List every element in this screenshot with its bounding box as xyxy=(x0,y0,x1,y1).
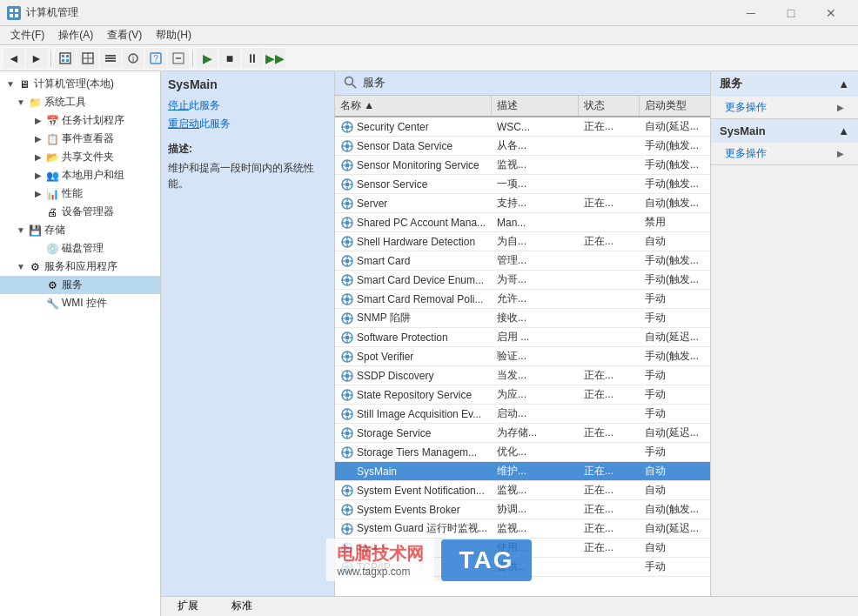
svg-point-36 xyxy=(345,163,350,167)
toolbar-btn-6[interactable] xyxy=(168,48,189,69)
td-desc: 支持... xyxy=(492,194,579,212)
tree-exp[interactable]: ▶ xyxy=(31,116,45,125)
service-table[interactable]: 名称 ▲ 描述 状态 启动类型 登^ Security Center WSC..… xyxy=(335,96,710,596)
tree-event-viewer[interactable]: ▶ 📋 事件查看器 xyxy=(0,130,160,148)
tree-performance[interactable]: ▶ 📊 性能 xyxy=(0,184,160,203)
table-row[interactable]: Storage Service 为存储... 正在... 自动(延迟... 本 xyxy=(335,424,710,443)
td-desc: 监视... xyxy=(492,519,579,538)
toolbar-restart[interactable]: ▶▶ xyxy=(265,48,285,69)
menu-help[interactable]: 帮助(H) xyxy=(149,26,198,44)
tree-wmi[interactable]: 🔧 WMI 控件 xyxy=(0,294,160,312)
table-row[interactable]: Smart Card Removal Poli... 允许... 手动 本 xyxy=(335,290,710,309)
th-status[interactable]: 状态 xyxy=(579,96,640,116)
svg-point-48 xyxy=(345,201,350,205)
tab-standard[interactable]: 标准 xyxy=(222,596,262,616)
perf-icon: 📊 xyxy=(45,187,59,201)
toolbar-btn-4[interactable]: i xyxy=(123,48,144,69)
action-more-ops-2[interactable]: 更多操作 ▶ xyxy=(711,143,858,164)
tree-storage[interactable]: ▼ 💾 存储 xyxy=(0,221,160,239)
table-row[interactable]: Sensor Data Service 从各... 手动(触发... 本 xyxy=(335,137,710,156)
svg-point-150 xyxy=(345,526,350,531)
action-more-ops-1[interactable]: 更多操作 ▶ xyxy=(711,97,858,118)
tree-exp7[interactable]: ▼ xyxy=(14,225,28,235)
tree-exp2[interactable]: ▶ xyxy=(31,134,45,144)
tree-system-tools[interactable]: ▼ 📁 系统工具 xyxy=(0,93,160,111)
minimize-button[interactable]: ─ xyxy=(731,0,771,26)
tree-exp4[interactable]: ▶ xyxy=(31,171,45,180)
table-row[interactable]: Sensor Service 一项... 手动(触发... 本 xyxy=(335,175,710,194)
table-row[interactable]: SSDP Discovery 当发... 正在... 手动 本 xyxy=(335,366,710,385)
svg-text:?: ? xyxy=(153,54,158,64)
td-name: Smart Card Device Enum... xyxy=(335,271,492,289)
svg-point-108 xyxy=(345,392,350,397)
task-icon: 📅 xyxy=(45,114,59,128)
table-row[interactable]: Task S... 使用... 正在... 自动 本 xyxy=(335,539,710,558)
table-row[interactable]: Smart Card 管理... 手动(触发... 本 xyxy=(335,251,710,271)
toolbar-btn-3[interactable] xyxy=(100,48,121,69)
toolbar-back[interactable]: ◄ xyxy=(3,48,24,69)
toolbar-btn-1[interactable] xyxy=(55,48,76,69)
th-desc[interactable]: 描述 xyxy=(492,96,579,116)
table-row[interactable]: Smart Card Device Enum... 为哥... 手动(触发...… xyxy=(335,271,710,290)
table-row[interactable]: Still Image Acquisition Ev... 启动... 手动 本 xyxy=(335,405,710,424)
th-startup[interactable]: 启动类型 xyxy=(640,96,710,116)
tree-device-manager[interactable]: 🖨 设备管理器 xyxy=(0,203,160,221)
table-row[interactable]: SysMain 维护... 正在... 自动 本 xyxy=(335,462,710,481)
toolbar-stop[interactable]: ■ xyxy=(219,48,240,69)
tree-services[interactable]: ⚙ 服务 xyxy=(0,276,160,294)
td-startup: 手动 xyxy=(640,443,710,461)
th-name[interactable]: 名称 ▲ xyxy=(335,96,492,116)
table-row[interactable]: System Event Notification... 监视... 正在...… xyxy=(335,481,710,500)
wmi-icon: 🔧 xyxy=(45,297,59,311)
service-list-area: 服务 名称 ▲ 描述 状态 启动类型 登^ Security Center WS… xyxy=(335,71,710,596)
svg-point-156 xyxy=(345,546,350,550)
tree-services-apps[interactable]: ▼ ⚙ 服务和应用程序 xyxy=(0,258,160,276)
table-row[interactable]: TCP/IP... 提供... 手动 本 xyxy=(335,558,710,577)
menu-action[interactable]: 操作(A) xyxy=(51,26,100,44)
tree-root[interactable]: ▼ 🖥 计算机管理(本地) xyxy=(0,75,160,93)
td-status xyxy=(579,309,640,327)
td-startup: 手动 xyxy=(640,405,710,423)
table-row[interactable]: Shared PC Account Mana... Man... 禁用 本 xyxy=(335,213,710,232)
menu-file[interactable]: 文件(F) xyxy=(3,26,51,44)
td-status xyxy=(579,271,640,289)
table-row[interactable]: Shell Hardware Detection 为自... 正在... 自动 … xyxy=(335,232,710,251)
stop-service-link[interactable]: 停止此服务 xyxy=(168,99,220,111)
tree-exp9[interactable]: ▼ xyxy=(14,262,28,271)
tree-local-users[interactable]: ▶ 👥 本地用户和组 xyxy=(0,166,160,184)
maximize-button[interactable]: □ xyxy=(771,0,811,26)
table-row[interactable]: Server 支持... 正在... 自动(触发... 本 xyxy=(335,194,710,213)
tree-expand-sys[interactable]: ▼ xyxy=(14,97,28,107)
toolbar-btn-2[interactable] xyxy=(77,48,98,69)
tree-shared-folders[interactable]: ▶ 📂 共享文件夹 xyxy=(0,148,160,166)
td-status xyxy=(579,405,640,423)
tree-exp3[interactable]: ▶ xyxy=(31,152,45,162)
restart-service-link[interactable]: 重启动此服务 xyxy=(168,117,231,130)
close-button[interactable]: ✕ xyxy=(811,0,851,26)
table-row[interactable]: Security Center WSC... 正在... 自动(延迟... 本 xyxy=(335,117,710,137)
td-desc: 允许... xyxy=(492,290,579,308)
tab-expand[interactable]: 扩展 xyxy=(168,596,208,616)
table-row[interactable]: Sensor Monitoring Service 监视... 手动(触发...… xyxy=(335,156,710,175)
table-row[interactable]: System Guard 运行时监视... 监视... 正在... 自动(延迟.… xyxy=(335,519,710,539)
table-row[interactable]: System Events Broker 协调... 正在... 自动(触发..… xyxy=(335,500,710,519)
tree-task-scheduler[interactable]: ▶ 📅 任务计划程序 xyxy=(0,111,160,130)
table-row[interactable]: Software Protection 启用 ... 自动(延迟... 网 xyxy=(335,328,710,347)
table-header: 名称 ▲ 描述 状态 启动类型 登^ xyxy=(335,96,710,117)
main-layout: ▼ 🖥 计算机管理(本地) ▼ 📁 系统工具 ▶ 📅 任务计划程序 ▶ 📋 事件… xyxy=(0,71,858,616)
toolbar-btn-5[interactable]: ? xyxy=(145,48,166,69)
table-row[interactable]: Spot Verifier 验证... 手动(触发... 本 xyxy=(335,347,710,366)
td-desc: WSC... xyxy=(492,117,579,136)
table-row[interactable]: SNMP 陷阱 接收... 手动 本 xyxy=(335,309,710,328)
table-row[interactable]: Storage Tiers Managem... 优化... 手动 本 xyxy=(335,443,710,462)
td-name: Task S... xyxy=(335,539,492,557)
table-row[interactable]: State Repository Service 为应... 正在... 手动 … xyxy=(335,385,710,405)
tree-expand-root[interactable]: ▼ xyxy=(3,79,17,89)
toolbar-pause[interactable]: ⏸ xyxy=(242,48,263,69)
toolbar-forward[interactable]: ► xyxy=(26,48,47,69)
menu-view[interactable]: 查看(V) xyxy=(100,26,149,44)
toolbar-play[interactable]: ▶ xyxy=(197,48,218,69)
td-name: System Events Broker xyxy=(335,500,492,519)
tree-exp5[interactable]: ▶ xyxy=(31,189,45,198)
tree-disk-manager[interactable]: 💿 磁盘管理 xyxy=(0,239,160,258)
